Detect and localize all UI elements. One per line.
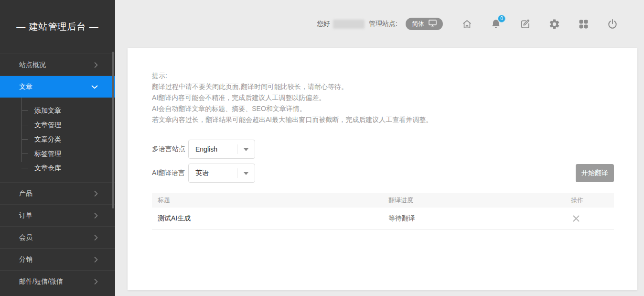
tips-title: 提示: xyxy=(152,70,614,81)
sidebar-item-label: 分销 xyxy=(19,255,32,264)
sidebar-item-orders[interactable]: 订单 xyxy=(0,204,115,226)
multilingual-site-select[interactable]: English xyxy=(188,140,255,159)
language-switch-label: 简体 xyxy=(412,20,424,28)
tips-line: AI翻译内容可能会不精准，完成后建议人工调整以防偏差。 xyxy=(152,92,614,103)
redacted-username xyxy=(333,20,365,29)
sidebar-item-members[interactable]: 会员 xyxy=(0,226,115,248)
topbar-icons: 0 xyxy=(461,18,619,30)
ai-language-select[interactable]: 英语 xyxy=(188,164,255,183)
sidebar-item-label: 邮件/短信/微信 xyxy=(19,277,63,286)
column-header-progress: 翻译进度 xyxy=(388,196,571,205)
multilingual-site-label: 多语言站点 xyxy=(152,145,188,153)
power-logout-icon[interactable] xyxy=(606,18,619,30)
edit-icon[interactable] xyxy=(519,18,531,30)
articles-submenu: 添加文章 文章管理 文章分类 标签管理 文章仓库 xyxy=(0,98,115,182)
manage-site-label: 管理站点: xyxy=(369,20,397,28)
notifications-bell-icon[interactable]: 0 xyxy=(490,18,502,30)
sidebar-item-label: 文章 xyxy=(19,83,32,91)
caret-down-icon xyxy=(244,172,248,175)
submenu-item-article-management[interactable]: 文章管理 xyxy=(0,118,115,132)
tips-line: AI会自动翻译文章的标题、摘要、SEO和文章详情。 xyxy=(152,103,614,114)
sidebar-item-label: 产品 xyxy=(19,189,32,198)
chevron-right-icon xyxy=(94,62,98,68)
column-header-actions: 操作 xyxy=(571,196,614,205)
tips-line: 翻译过程中请不要关闭此页面,翻译时间可能比较长，请耐心等待。 xyxy=(152,81,614,92)
column-header-title: 标题 xyxy=(152,196,388,205)
start-translation-button[interactable]: 开始翻译 xyxy=(576,164,614,182)
sidebar-item-products[interactable]: 产品 xyxy=(0,182,115,204)
table-row: 测试AI生成 等待翻译 xyxy=(152,208,614,230)
chevron-down-icon xyxy=(91,85,98,89)
tips-line: 若文章内容过长，翻译结果可能会超出AI最大输出窗口而被截断，完成后建议人工查看并… xyxy=(152,114,614,125)
submenu-item-tag-management[interactable]: 标签管理 xyxy=(0,146,115,161)
submenu-item-article-repository[interactable]: 文章仓库 xyxy=(0,161,115,175)
home-icon[interactable] xyxy=(461,18,473,30)
app-title: — 建站管理后台 — xyxy=(0,0,115,54)
app-root: — 建站管理后台 — 站点概况 文章 添加文章 文章管理 文章分类 标签管理 文… xyxy=(0,0,644,296)
sidebar-item-distribution[interactable]: 分销 xyxy=(0,248,115,270)
translation-table: 标题 翻译进度 操作 测试AI生成 等待翻译 xyxy=(152,193,614,230)
multilingual-site-value: English xyxy=(195,145,217,153)
tips-block: 提示: 翻译过程中请不要关闭此页面,翻译时间可能比较长，请耐心等待。 AI翻译内… xyxy=(152,70,614,125)
sidebar-item-mail-sms-wechat[interactable]: 邮件/短信/微信 xyxy=(0,270,115,292)
topbar: 您好 管理站点: 简体 xyxy=(115,0,644,48)
greeting-text: 您好 xyxy=(317,20,330,28)
translation-progress-cell: 等待翻译 xyxy=(388,214,571,223)
apps-grid-icon[interactable] xyxy=(577,18,590,30)
monitor-icon xyxy=(429,20,437,28)
sidebar-item-label: 会员 xyxy=(19,233,32,242)
caret-down-icon xyxy=(244,148,248,151)
translation-panel: 提示: 翻译过程中请不要关闭此页面,翻译时间可能比较长，请耐心等待。 AI翻译内… xyxy=(128,48,637,290)
ai-language-label: AI翻译语言 xyxy=(152,169,188,177)
settings-gear-icon[interactable] xyxy=(548,18,560,30)
sidebar-scrollbar[interactable] xyxy=(112,52,114,208)
ai-language-value: 英语 xyxy=(195,169,209,177)
chevron-right-icon xyxy=(94,278,98,285)
chevron-right-icon xyxy=(94,234,98,241)
sidebar: — 建站管理后台 — 站点概况 文章 添加文章 文章管理 文章分类 标签管理 文… xyxy=(0,0,115,296)
translation-form: 多语言站点 English AI翻译语言 英语 开始翻译 xyxy=(152,140,614,183)
remove-row-icon[interactable] xyxy=(572,215,581,222)
chevron-right-icon xyxy=(94,190,98,197)
sidebar-nav: 站点概况 文章 添加文章 文章管理 文章分类 标签管理 文章仓库 产品 xyxy=(0,54,115,292)
table-header: 标题 翻译进度 操作 xyxy=(152,193,614,208)
language-switch-button[interactable]: 简体 xyxy=(406,18,443,30)
article-title-cell: 测试AI生成 xyxy=(152,214,388,223)
submenu-item-article-category[interactable]: 文章分类 xyxy=(0,132,115,146)
chevron-right-icon xyxy=(94,256,98,263)
chevron-right-icon xyxy=(94,212,98,219)
select-divider xyxy=(237,144,237,154)
sidebar-item-site-overview[interactable]: 站点概况 xyxy=(0,54,115,76)
select-divider xyxy=(237,168,237,178)
submenu-item-add-article[interactable]: 添加文章 xyxy=(0,103,115,118)
sidebar-item-label: 站点概况 xyxy=(19,61,46,69)
sidebar-item-articles[interactable]: 文章 xyxy=(0,76,115,98)
sidebar-item-label: 订单 xyxy=(19,211,32,220)
notification-badge: 0 xyxy=(498,15,505,22)
